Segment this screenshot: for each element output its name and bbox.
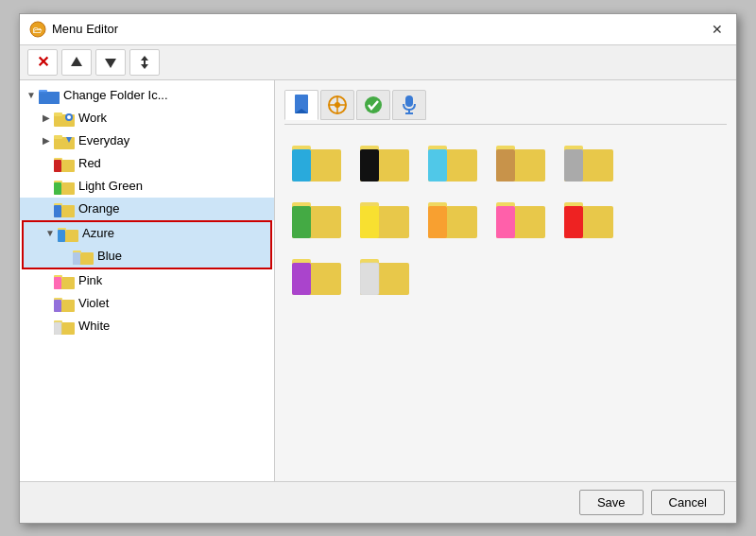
svg-rect-48 — [405, 95, 413, 107]
svg-rect-86 — [360, 263, 379, 295]
svg-rect-53 — [292, 149, 311, 182]
svg-rect-80 — [564, 206, 583, 238]
svg-marker-2 — [71, 57, 82, 66]
svg-rect-6 — [144, 60, 146, 65]
title-bar-left: 🗁 Menu Editor — [29, 21, 118, 38]
highlighted-group: ▼ Azure — [22, 220, 272, 269]
main-content: ▼ Change Folder Ic... ▶ — [20, 80, 736, 481]
link-icon — [327, 95, 348, 115]
icon-cell-6[interactable] — [356, 193, 413, 242]
app-icon: 🗁 — [29, 21, 46, 38]
expander-everyday[interactable]: ▶ — [39, 135, 54, 146]
tree-item-lightgreen[interactable]: Light Green — [20, 175, 274, 198]
icon-cell-9[interactable] — [560, 193, 617, 242]
svg-rect-65 — [564, 149, 583, 182]
tree-item-pink[interactable]: Pink — [20, 269, 274, 292]
folder-icon-violet — [54, 295, 75, 312]
tree-item-everyday[interactable]: ▶ Everyday — [20, 130, 274, 152]
menu-editor-dialog: 🗁 Menu Editor ✕ ✕ — [19, 13, 737, 524]
svg-rect-9 — [39, 92, 60, 104]
down-arrow-icon — [103, 55, 118, 70]
tree-item-work[interactable]: ▶ Work — [20, 107, 274, 130]
tree-item-root[interactable]: ▼ Change Folder Ic... — [20, 84, 274, 107]
folder-icon-work — [54, 110, 75, 127]
folder-icon-orange — [54, 200, 75, 217]
icon-panel — [275, 80, 736, 481]
svg-rect-34 — [54, 277, 61, 289]
svg-rect-68 — [292, 206, 311, 238]
icon-tabs — [284, 90, 727, 125]
icon-cell-1[interactable] — [356, 136, 413, 185]
delete-button[interactable]: ✕ — [27, 49, 58, 76]
close-button[interactable]: ✕ — [708, 20, 727, 39]
icon-cell-10[interactable] — [288, 250, 345, 299]
folder-icon-root — [39, 87, 60, 104]
move-button[interactable] — [129, 49, 160, 76]
tree-item-azure[interactable]: ▼ Azure — [24, 222, 270, 245]
up-arrow-icon — [69, 55, 84, 70]
icon-cell-11[interactable] — [356, 250, 413, 299]
svg-rect-19 — [54, 160, 61, 172]
tree-panel[interactable]: ▼ Change Folder Ic... ▶ — [20, 80, 275, 481]
cancel-button[interactable]: Cancel — [651, 490, 725, 515]
folder-icon-lightgreen — [54, 178, 75, 195]
svg-rect-31 — [73, 252, 80, 265]
tree-item-violet[interactable]: Violet — [20, 292, 274, 315]
icon-tab-2[interactable] — [320, 90, 354, 120]
tree-label-blue: Blue — [97, 249, 266, 263]
icon-cell-5[interactable] — [288, 193, 345, 242]
folder-icon-azure — [58, 225, 78, 242]
tree-label-red: Red — [78, 156, 270, 170]
icon-tab-3[interactable] — [356, 90, 390, 120]
svg-rect-28 — [58, 230, 65, 242]
tree-item-orange[interactable]: Orange — [20, 198, 274, 220]
icon-cell-3[interactable] — [492, 136, 549, 185]
icon-cell-4[interactable] — [560, 136, 617, 185]
tree-label-root: Change Folder Ic... — [63, 88, 270, 102]
svg-rect-25 — [54, 205, 61, 217]
svg-rect-56 — [360, 149, 379, 182]
tree-label-violet: Violet — [78, 296, 270, 310]
dialog-title: Menu Editor — [52, 22, 118, 36]
expander-work[interactable]: ▶ — [39, 112, 54, 123]
check-icon — [363, 95, 384, 115]
svg-rect-11 — [54, 112, 62, 116]
svg-rect-62 — [496, 149, 515, 182]
svg-rect-37 — [54, 300, 61, 312]
svg-text:🗁: 🗁 — [33, 25, 43, 35]
icon-cell-0[interactable] — [288, 136, 345, 185]
icon-cell-7[interactable] — [424, 193, 481, 242]
icon-grid — [284, 132, 727, 303]
tree-label-azure: Azure — [82, 226, 266, 240]
tree-label-lightgreen: Light Green — [78, 179, 270, 193]
svg-rect-40 — [54, 322, 61, 335]
tree-item-blue[interactable]: Blue — [24, 245, 270, 268]
tree-label-pink: Pink — [78, 273, 270, 287]
icon-cell-8[interactable] — [492, 193, 549, 242]
svg-rect-74 — [428, 206, 447, 238]
toolbar: ✕ — [20, 45, 736, 80]
save-button[interactable]: Save — [579, 490, 644, 515]
tree-label-white: White — [78, 319, 270, 333]
expander-azure[interactable]: ▼ — [43, 228, 58, 238]
svg-rect-83 — [292, 263, 311, 295]
folder-icon-pink — [54, 272, 75, 289]
move-down-button[interactable] — [95, 49, 126, 76]
folder-icon-white — [54, 318, 75, 335]
tree-item-white[interactable]: White — [20, 315, 274, 337]
icon-tab-4[interactable] — [392, 90, 426, 120]
title-bar: 🗁 Menu Editor ✕ — [20, 14, 736, 45]
expander-root[interactable]: ▼ — [24, 90, 39, 100]
tree-label-work: Work — [78, 111, 270, 125]
svg-marker-3 — [105, 59, 116, 68]
folder-icon-blue — [73, 248, 94, 265]
tree-label-orange: Orange — [78, 201, 270, 216]
move-up-button[interactable] — [61, 49, 92, 76]
icon-cell-2[interactable] — [424, 136, 481, 185]
svg-rect-77 — [496, 206, 515, 238]
icon-tab-1[interactable] — [284, 90, 318, 120]
folder-icon-everyday — [54, 132, 75, 149]
svg-rect-15 — [54, 135, 62, 139]
svg-rect-59 — [428, 149, 447, 182]
tree-item-red[interactable]: Red — [20, 152, 274, 175]
